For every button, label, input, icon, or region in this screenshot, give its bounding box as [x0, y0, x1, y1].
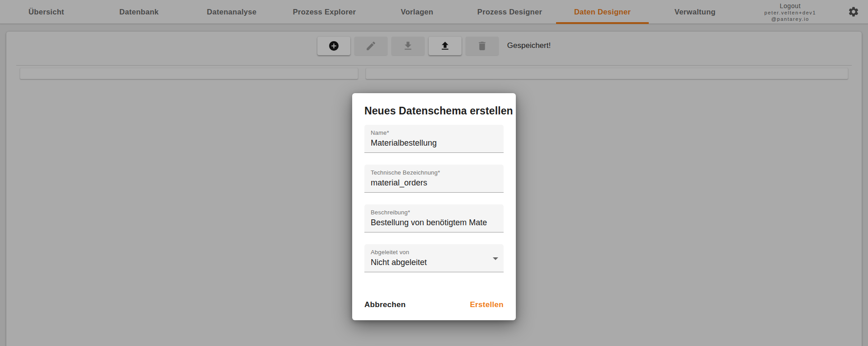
name-field-value: Materialbestellung [371, 138, 497, 148]
technical-name-field-label: Technische Bezeichnung* [371, 169, 497, 176]
cancel-button[interactable]: Abbrechen [364, 300, 406, 309]
technical-name-field[interactable]: Technische Bezeichnung* material_orders [364, 165, 504, 193]
technical-name-field-value: material_orders [371, 178, 497, 188]
dropdown-arrow-icon[interactable] [493, 257, 498, 260]
create-button[interactable]: Erstellen [470, 300, 504, 309]
name-field-label: Name* [371, 129, 497, 136]
dialog-actions: Abbrechen Erstellen [364, 300, 504, 309]
dialog-title: Neues Datenschema erstellen [364, 105, 504, 117]
description-field-value: Bestellung von benötigtem Mate [371, 218, 497, 228]
description-field-label: Beschreibung* [371, 209, 497, 216]
derived-from-select[interactable]: Abgeleitet von Nicht abgeleitet [364, 244, 504, 272]
create-schema-dialog: Neues Datenschema erstellen Name* Materi… [352, 93, 516, 320]
name-field[interactable]: Name* Materialbestellung [364, 125, 504, 153]
description-field[interactable]: Beschreibung* Bestellung von benötigtem … [364, 204, 504, 232]
derived-from-label: Abgeleitet von [371, 249, 497, 256]
derived-from-value: Nicht abgeleitet [371, 258, 497, 267]
